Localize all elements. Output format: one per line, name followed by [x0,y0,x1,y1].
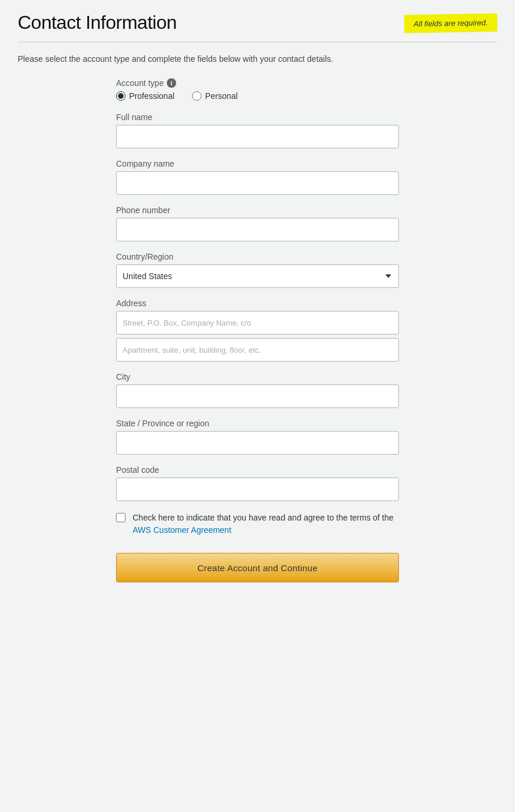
radio-personal-input[interactable] [192,91,202,101]
agreement-checkbox-wrapper[interactable] [116,513,126,525]
radio-professional[interactable]: Professional [116,91,174,101]
country-region-field: Country/Region United States Canada Unit… [116,252,399,288]
page-container: Contact Information All fields are requi… [0,0,515,812]
radio-professional-input[interactable] [116,91,126,101]
form-inner: Account type i Professional Personal Fu [116,78,399,582]
full-name-field: Full name [116,112,399,148]
address-input-group [116,311,399,362]
full-name-input[interactable] [116,125,399,148]
agreement-text: Check here to indicate that you have rea… [133,512,399,536]
phone-number-input[interactable] [116,218,399,241]
city-field: City [116,372,399,408]
agreement-checkbox[interactable] [116,513,126,522]
phone-number-label: Phone number [116,206,399,215]
company-name-label: Company name [116,159,399,168]
postal-code-input[interactable] [116,478,399,501]
city-input[interactable] [116,385,399,408]
subtitle: Please select the account type and compl… [18,53,497,65]
company-name-input[interactable] [116,171,399,195]
state-field: State / Province or region [116,419,399,455]
company-name-field: Company name [116,159,399,195]
account-type-info-icon[interactable]: i [167,78,176,88]
account-type-label: Account type i [116,78,399,88]
state-input[interactable] [116,431,399,455]
state-label: State / Province or region [116,419,399,428]
country-region-select[interactable]: United States Canada United Kingdom Aust… [116,264,399,288]
agreement-link[interactable]: AWS Customer Agreement [133,525,232,535]
address-line2-input[interactable] [116,338,399,362]
phone-number-field: Phone number [116,206,399,241]
country-region-label: Country/Region [116,252,399,261]
account-type-section: Account type i Professional Personal [116,78,399,101]
address-label: Address [116,299,399,308]
postal-code-label: Postal code [116,465,399,475]
page-title: Contact Information [18,12,177,34]
radio-professional-label: Professional [129,91,174,101]
address-section: Address [116,299,399,362]
postal-code-field: Postal code [116,465,399,501]
form-area: Account type i Professional Personal Fu [18,78,497,582]
account-type-radio-group: Professional Personal [116,91,399,101]
address-line1-input[interactable] [116,311,399,334]
agreement-section: Check here to indicate that you have rea… [116,512,399,536]
required-note: All fields are required. [404,14,497,34]
full-name-label: Full name [116,112,399,122]
radio-personal-label: Personal [205,91,237,101]
submit-button[interactable]: Create Account and Continue [116,553,399,582]
radio-personal[interactable]: Personal [192,91,237,101]
page-header: Contact Information All fields are requi… [18,12,497,42]
city-label: City [116,372,399,382]
